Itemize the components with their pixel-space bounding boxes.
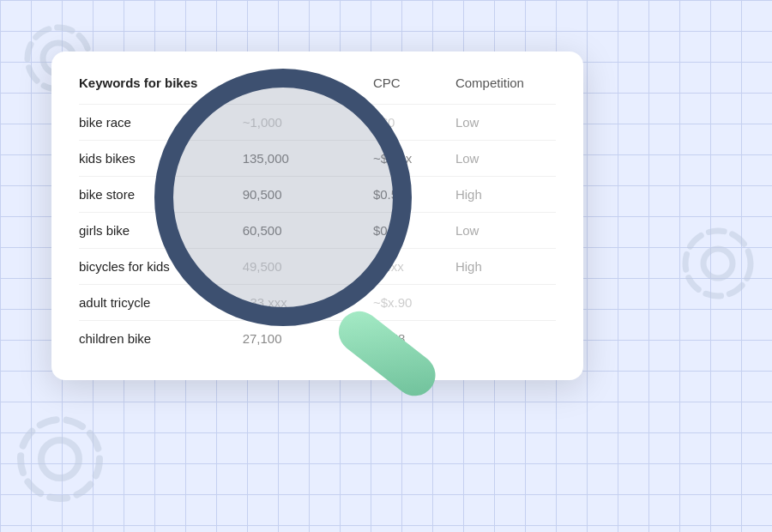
competition-cell: Low — [455, 105, 556, 141]
competition-cell: Low — [455, 213, 556, 249]
competition-cell: Low — [455, 141, 556, 177]
svg-point-3 — [21, 420, 100, 499]
competition-cell — [455, 285, 556, 321]
svg-point-4 — [703, 249, 733, 278]
magnifier-lens — [154, 69, 412, 326]
svg-point-5 — [685, 231, 751, 296]
competition-cell: High — [455, 249, 556, 285]
competition-cell: High — [455, 177, 556, 213]
gear-right-icon — [673, 219, 763, 309]
col-header-competition: Competition — [455, 76, 556, 105]
competition-cell — [455, 321, 556, 357]
magnifier — [154, 69, 412, 326]
gear-bottom-left-icon — [4, 403, 116, 515]
svg-point-2 — [41, 440, 79, 478]
